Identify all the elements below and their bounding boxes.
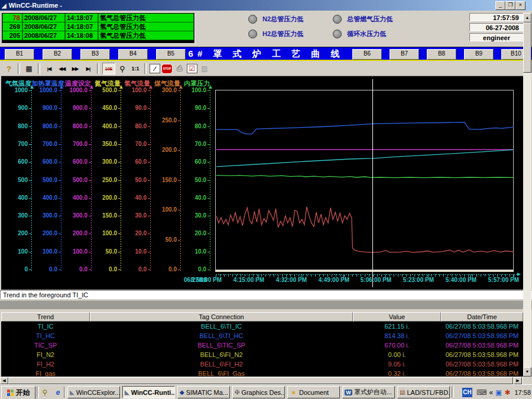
start-button[interactable]: 开始 (1, 386, 35, 399)
axis-tick (148, 270, 150, 270)
help-icon[interactable]: ? (3, 63, 15, 74)
task-button[interactable]: ◣WinCCExplor... (67, 386, 120, 398)
x-axis-time-label: 5:06:00 PM (352, 277, 391, 283)
minimize-button[interactable]: _ (495, 1, 505, 10)
zoom-icon[interactable]: ⚲ (116, 63, 128, 74)
screen: ◢ WinCC-Runtime - _ ❐ × 782008/06/2714:1… (0, 0, 532, 399)
alarm-time: 14:18:07 (65, 14, 98, 22)
alarm-date: 2008/06/27 (22, 22, 65, 31)
toolbar-separator (38, 63, 40, 74)
time-display: 17:57:59 (469, 13, 524, 21)
keyboard-icon[interactable]: ⌨ (476, 388, 486, 397)
cell-datetime: 06/27/08 5:03:58.968 PM (441, 322, 523, 331)
indicator-label: N2总管压力低 (262, 15, 303, 24)
axis-tick (148, 233, 150, 234)
trend-curve-TI_IC (216, 150, 514, 166)
table-header-date-time[interactable]: Date/Time (441, 312, 523, 322)
task-button[interactable]: ◣WinCC-Runti... (122, 386, 175, 398)
nav-button-b1[interactable]: B1 (5, 49, 34, 60)
nav-button-b3[interactable]: B3 (80, 49, 110, 60)
scroll-up-icon[interactable]: ▲ (523, 13, 531, 22)
quick-launch-search-icon[interactable]: ⚲ (39, 387, 51, 398)
scroll-down-icon[interactable]: ▼ (523, 367, 531, 377)
axis-tick-label: 500.0 (61, 177, 87, 183)
task-button[interactable]: ■Document (287, 386, 340, 398)
trend-chart-panel[interactable]: 气氛温度10009008007006005004003002001000加热罩温… (1, 76, 523, 290)
stop-icon[interactable]: STOP (161, 64, 173, 74)
ruler-icon[interactable]: 10E (102, 63, 115, 74)
axis-tick-label: 500.0 (91, 87, 117, 93)
cell-trend: TI_IC (1, 322, 90, 331)
table-row[interactable]: TI_HCBELL_6\TI_HC814.38 i.06/27/08 5:03:… (1, 331, 523, 340)
one-to-one-icon[interactable]: 1:1 (129, 63, 141, 74)
status-indicator: N2总管压力低 (248, 15, 303, 24)
alarm-row[interactable]: 2692008/06/2714:18:07氢气总管压力低 (2, 22, 194, 31)
restore-button[interactable]: ❐ (505, 1, 515, 10)
nav-button-b7[interactable]: B7 (390, 49, 419, 60)
tray-clock: 17:58 (514, 389, 531, 396)
axis-tick-label: 400.0 (91, 123, 117, 129)
collapse-tray-icon[interactable]: « (489, 388, 493, 397)
axis-tick-label: 100.0 (121, 87, 147, 93)
cell-value: 814.38 i. (353, 331, 441, 340)
task-label: LAD/STL/FBD... (407, 389, 450, 396)
rewind-icon[interactable]: ◀◀ (56, 63, 68, 74)
nav-button-b4[interactable]: B4 (118, 49, 148, 60)
language-indicator[interactable]: CH (462, 388, 472, 397)
forward-icon[interactable]: ▶▶ (69, 63, 81, 74)
axis-tick-label: 100.0 (61, 248, 87, 255)
alarm-row[interactable]: 782008/06/2714:18:07氢气总管压力低 (2, 14, 194, 22)
curve-report-icon[interactable]: ☑ (187, 64, 197, 73)
table-row[interactable]: FI_gasBELL_6\FI_Gas0.32 i.06/27/08 5:03:… (1, 369, 523, 377)
axis-tick-label: 0.0 (91, 266, 117, 273)
axis-tick-label: 250.0 (151, 117, 177, 124)
task-button[interactable]: W罩式炉自动... (342, 386, 395, 398)
task-button[interactable]: ▤LAD/STL/FBD... (397, 386, 450, 398)
network-icon[interactable]: ▣ (495, 388, 502, 397)
horizontal-scroll-thumb[interactable] (8, 377, 513, 384)
select-trends-icon[interactable]: ▦ (23, 63, 35, 74)
cell-tag-connection: BELL_6\FI_N2 (90, 350, 353, 359)
table-header-trend[interactable]: Trend (1, 312, 90, 322)
axis-tick (207, 270, 210, 270)
ruler-line[interactable] (372, 79, 373, 287)
x-axis-time-label: 5:57:00 PM (480, 277, 519, 283)
alarm-number: 78 (2, 14, 22, 22)
nav-button-b6[interactable]: B6 (352, 49, 382, 60)
task-label: Graphics Des... (241, 389, 285, 396)
nav-button-b5[interactable]: B5 (156, 49, 186, 60)
alarm-message: 氢气总管压力低 (98, 31, 194, 40)
simatic-tray-icon[interactable]: ✱ (504, 388, 510, 397)
axis-tick-label: 40.0 (180, 194, 206, 201)
cell-tag-connection: BELL_6\FI_Gas (90, 369, 353, 377)
table-row[interactable]: TIC_SPBELL_6\TIC_SP670.00 i.06/27/08 5:0… (1, 340, 523, 350)
axis-tick-label: 0.0 (61, 266, 87, 273)
table-row[interactable]: TI_ICBELL_6\TI_IC621.15 i.06/27/08 5:03:… (1, 322, 523, 331)
axis-tick (178, 210, 180, 210)
axis-tick-label: 200 (2, 230, 28, 236)
trend-icon[interactable]: ∕ (150, 64, 160, 73)
alarm-row[interactable]: 2052008/06/2714:18:08氢气总管压力低 (2, 31, 194, 40)
nav-button-b9[interactable]: B9 (464, 49, 494, 60)
first-record-icon[interactable]: |◀ (43, 63, 55, 74)
quick-launch-ie-icon[interactable]: e (52, 387, 64, 398)
nav-button-b8[interactable]: B8 (427, 49, 456, 60)
scroll-left-icon[interactable]: ◀ (0, 377, 8, 384)
vertical-scroll-thumb[interactable] (523, 22, 531, 73)
table-row[interactable]: FI_N2BELL_6\FI_N20.00 i.06/27/08 5:03:58… (1, 350, 523, 359)
value-table[interactable]: TI_ICBELL_6\TI_IC621.15 i.06/27/08 5:03:… (1, 322, 523, 377)
table-row[interactable]: FI_H2BELL_6\FI_H29.05 i.06/27/08 5:03:58… (1, 359, 523, 369)
last-record-icon[interactable]: ▶| (82, 63, 94, 74)
task-button[interactable]: ✠Graphics Des... (232, 386, 285, 398)
nav-button-b2[interactable]: B2 (43, 49, 72, 60)
alarm-list[interactable]: 782008/06/2714:18:07氢气总管压力低2692008/06/27… (2, 13, 194, 43)
axis-tick (178, 150, 180, 151)
scroll-right-icon[interactable]: ▶ (514, 377, 522, 384)
table-header-tag-connection[interactable]: Tag Connection (90, 312, 353, 322)
task-button[interactable]: ◆SIMATIC Ma... (177, 386, 230, 398)
print-icon[interactable]: ⎙ (174, 63, 186, 74)
table-header-value[interactable]: Value (353, 312, 441, 322)
close-button[interactable]: × (515, 1, 525, 10)
axis-tick (207, 233, 210, 234)
axis-tick (148, 126, 150, 127)
